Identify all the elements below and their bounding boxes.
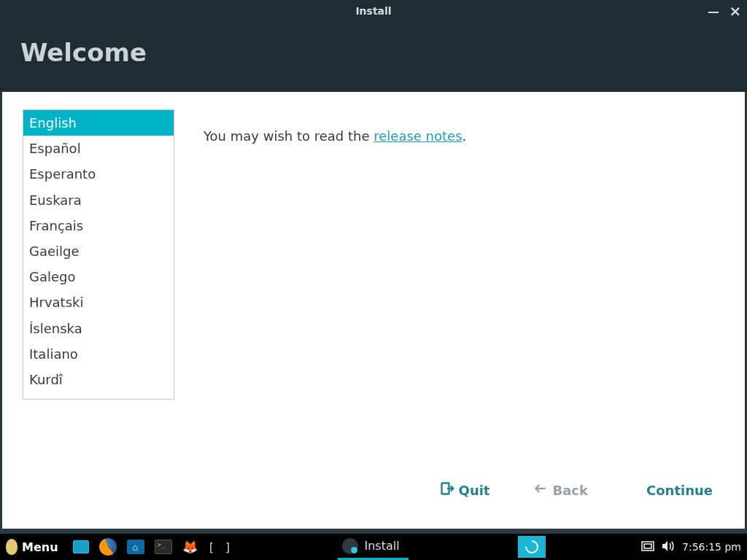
code-editor-launcher[interactable]: [ ] <box>205 536 236 558</box>
taskbar-center: Install <box>338 534 641 560</box>
taskbar: Menu 🦊 [ ] Install <box>0 534 747 560</box>
language-item[interactable]: Kurdî <box>23 367 174 392</box>
language-item[interactable]: Gaeilge <box>23 238 174 264</box>
minimize-button[interactable]: — <box>706 4 721 18</box>
window-controls: — × <box>706 0 743 22</box>
language-item[interactable]: Italiano <box>23 341 174 367</box>
quit-label: Quit <box>459 483 490 498</box>
install-task-icon <box>342 538 358 554</box>
language-item[interactable]: Hrvatski <box>23 289 174 315</box>
language-item[interactable]: Español <box>23 136 174 161</box>
release-notes-area: You may wish to read the release notes. <box>204 109 724 463</box>
brackets-icon: [ ] <box>208 540 233 554</box>
file-manager-icon <box>127 540 144 554</box>
page-header: Welcome <box>0 22 747 92</box>
taskbar-right: 7:56:15 pm <box>641 540 744 554</box>
menu-button[interactable]: Menu <box>3 536 66 558</box>
task-entry-label: Install <box>364 539 399 553</box>
workspaces-indicator[interactable] <box>641 541 654 553</box>
exit-icon <box>440 481 454 499</box>
show-desktop-button[interactable] <box>70 536 92 558</box>
quit-button[interactable]: Quit <box>440 481 490 499</box>
content-main: EnglishEspañolEsperantoEuskaraFrançaisGa… <box>2 92 745 463</box>
terminal-launcher[interactable] <box>152 536 175 558</box>
file-manager-launcher[interactable] <box>124 536 147 558</box>
gimp-launcher[interactable]: 🦊 <box>179 536 201 558</box>
close-button[interactable]: × <box>728 2 743 20</box>
distro-logo-icon <box>6 539 18 555</box>
titlebar[interactable]: Install — × <box>0 0 747 22</box>
task-entry-secondary[interactable] <box>518 536 546 558</box>
firefox-launcher[interactable] <box>96 536 120 558</box>
release-notes-link[interactable]: release notes <box>374 128 462 144</box>
window-title: Install <box>355 5 391 17</box>
language-item[interactable]: Íslenska <box>23 316 174 341</box>
release-notes-prefix: You may wish to read the <box>204 128 374 144</box>
language-item[interactable]: Galego <box>23 264 174 289</box>
gimp-icon: 🦊 <box>182 540 198 554</box>
release-notes-suffix: . <box>462 128 467 144</box>
spinner-icon <box>522 537 541 556</box>
continue-button[interactable]: Continue <box>646 483 713 498</box>
language-item[interactable]: Euskara <box>23 187 174 213</box>
back-label: Back <box>552 483 588 498</box>
svg-rect-2 <box>644 544 651 548</box>
task-entry-install[interactable]: Install <box>338 534 408 560</box>
show-desktop-icon <box>73 540 89 553</box>
clock[interactable]: 7:56:15 pm <box>682 541 741 553</box>
back-button[interactable]: Back <box>533 481 588 499</box>
language-item[interactable]: Français <box>23 213 174 238</box>
page-title: Welcome <box>20 38 147 67</box>
menu-label: Menu <box>18 540 63 554</box>
firefox-icon <box>99 538 117 556</box>
volume-icon[interactable] <box>662 540 675 554</box>
arrow-left-icon <box>533 481 548 499</box>
language-item[interactable]: English <box>23 110 174 136</box>
content-area: EnglishEspañolEsperantoEuskaraFrançaisGa… <box>2 92 745 529</box>
taskbar-left: Menu 🦊 [ ] <box>3 536 236 558</box>
language-item[interactable]: Esperanto <box>23 161 174 187</box>
installer-window: Install — × Welcome EnglishEspañolEspera… <box>0 0 747 531</box>
terminal-icon <box>155 540 172 554</box>
language-item[interactable]: Latviski <box>23 392 174 400</box>
continue-label: Continue <box>646 483 713 498</box>
button-bar: Quit Back Continue <box>2 463 745 529</box>
language-list[interactable]: EnglishEspañolEsperantoEuskaraFrançaisGa… <box>23 109 174 400</box>
